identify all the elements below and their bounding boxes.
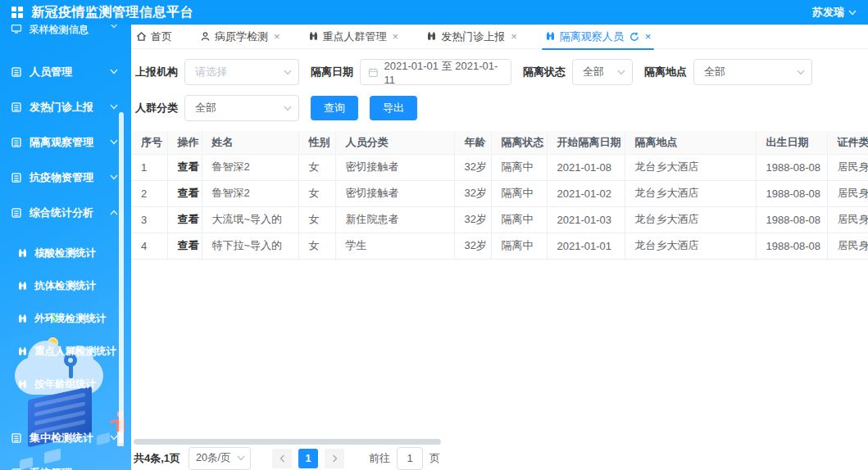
menu-icon [11, 102, 22, 113]
view-link[interactable]: 查看 [178, 160, 199, 173]
table-cell: 1 [131, 154, 167, 180]
org-label: 上报机构 [135, 65, 178, 79]
app-title: 新冠疫情监测管理信息平台 [31, 4, 193, 21]
tab[interactable]: 首页 [136, 25, 172, 49]
table-body: 1查看鲁智深2女密切接触者32岁隔离中2021-01-08龙台乡大酒店1988-… [131, 154, 868, 259]
page-number-1[interactable]: 1 [298, 449, 318, 468]
sidebar-item-label: 抗疫物资管理 [30, 170, 110, 185]
tab-label: 重点人群管理 [323, 29, 387, 44]
sidebar-subitem-label: 外环境检测统计 [34, 312, 107, 326]
group-select-value: 全部 [195, 101, 284, 115]
table-cell: 2021-01-03 [547, 206, 625, 233]
submenu: 核酸检测统计 抗体检测统计 外环境检测统计 重点人群检测统计 按年龄组统计 [0, 237, 131, 400]
top-header: 新冠疫情监测管理信息平台 苏发瑞 [0, 0, 868, 25]
sidebar-subitem-label: 按年龄组统计 [34, 377, 96, 391]
table-cell: 鲁智深2 [202, 154, 298, 180]
sidebar-item-label: 采样检测信息 [30, 25, 110, 37]
table-cell: 新住院患者 [335, 206, 454, 233]
app-grid-icon[interactable] [11, 7, 23, 18]
table-cell: 2021-01-08 [547, 154, 625, 180]
close-icon[interactable]: × [274, 31, 280, 42]
filter-row-1: 上报机构 请选择 隔离日期 2021-01-01 至 2021-01-11 隔离… [135, 59, 868, 85]
sidebar-item-label: 隔离观察管理 [30, 135, 110, 150]
goto-page-input[interactable] [397, 447, 423, 470]
sidebar-subitem[interactable]: 核酸检测统计 [0, 237, 131, 269]
table-cell: 32岁 [454, 180, 491, 206]
table-cell: 3 [131, 206, 167, 233]
table-cell: 1988-08-08 [756, 206, 827, 233]
search-button[interactable]: 查询 [311, 96, 358, 120]
group-select[interactable]: 全部 [184, 95, 299, 121]
close-icon[interactable]: × [393, 31, 399, 42]
table-row: 1查看鲁智深2女密切接触者32岁隔离中2021-01-08龙台乡大酒店1988-… [131, 154, 868, 180]
table-cell: 32岁 [454, 206, 491, 233]
prev-page-button[interactable] [272, 449, 292, 468]
view-link[interactable]: 查看 [178, 187, 199, 199]
sidebar-item-label: 综合统计分析 [30, 206, 110, 220]
table-cell: 1988-08-08 [756, 233, 827, 259]
sidebar-item[interactable]: 综合统计分析 [0, 195, 131, 230]
tab[interactable]: 隔离观察人员 × [545, 25, 652, 49]
export-button[interactable]: 导出 [370, 96, 417, 120]
table-cell: 密切接触者 [335, 180, 454, 206]
org-select[interactable]: 请选择 [184, 59, 299, 85]
menu-icon [11, 207, 22, 219]
sidebar-subitem[interactable]: 外环境检测统计 [0, 302, 131, 335]
sidebar-item[interactable]: 抗疫物资管理 [0, 160, 131, 195]
table-cell: 女 [298, 233, 335, 259]
sidebar-item[interactable]: 发热门诊上报 [0, 89, 131, 124]
close-icon[interactable]: × [511, 31, 517, 42]
menu-icon [11, 468, 22, 470]
menu-icon [11, 25, 22, 34]
table-cell: 1988-08-08 [756, 154, 827, 180]
chevron-down-icon [110, 435, 118, 441]
sidebar-subitem-label: 重点人群检测统计 [34, 345, 116, 359]
chevron-down-icon [110, 174, 118, 180]
tab-label: 病原学检测 [215, 29, 268, 44]
tab-label: 首页 [151, 29, 172, 44]
chevron-down-icon [797, 70, 805, 75]
chevron-down-icon [110, 25, 118, 29]
page-size-select[interactable]: 20条/页 [189, 447, 251, 470]
table-cell: 龙台乡大酒店 [625, 154, 756, 180]
pagination: 共4条,1页 20条/页 1 前往 页 [131, 446, 868, 470]
horizontal-scrollbar[interactable] [134, 439, 441, 445]
column-header: 证件类型 [827, 131, 868, 154]
tab[interactable]: 重点人群管理 × [308, 25, 399, 49]
column-header: 姓名 [202, 131, 298, 154]
date-range-input[interactable]: 2021-01-01 至 2021-01-11 [360, 59, 511, 85]
tab[interactable]: 发热门诊上报 × [426, 25, 517, 49]
view-link[interactable]: 查看 [178, 213, 199, 225]
sidebar-item[interactable]: 隔离观察管理 [0, 124, 131, 160]
view-link-cell: 查看 [167, 180, 202, 206]
sidebar-item[interactable]: 采样检测信息 [0, 25, 131, 41]
sidebar-item[interactable]: 集中检测统计 [0, 420, 131, 455]
sidebar-scrollbar[interactable] [119, 112, 124, 443]
menu-icon [11, 432, 22, 444]
sidebar-item[interactable]: 系统管理 [0, 455, 131, 470]
sidebar-subitem[interactable]: 按年龄组统计 [0, 368, 131, 400]
tab[interactable]: 病原学检测 × [200, 25, 280, 49]
sidebar-item[interactable]: 人员管理 [0, 54, 131, 89]
column-header: 隔离地点 [625, 131, 756, 154]
user-menu[interactable]: 苏发瑞 [812, 0, 857, 25]
sidebar: 采样检测信息 人员管理 发热门诊上报 隔离观察管理 抗疫物资管理 综合统计分析 [0, 25, 131, 470]
chevron-down-icon [110, 104, 118, 110]
place-select[interactable]: 全部 [693, 59, 812, 85]
status-select[interactable]: 全部 [572, 59, 633, 85]
tab-label: 发热门诊上报 [441, 29, 505, 44]
sidebar-subitem[interactable]: 重点人群检测统计 [0, 335, 131, 368]
next-page-button[interactable] [325, 449, 344, 468]
main-panel: 首页 病原学检测 × 重点人群管理 × 发热门诊上报 × 隔离观察人员 × [131, 25, 868, 470]
chevron-down-icon [237, 455, 245, 461]
column-header: 隔离状态 [491, 131, 547, 154]
view-link[interactable]: 查看 [178, 239, 199, 251]
table-cell: 鲁智深2 [202, 180, 298, 206]
place-select-value: 全部 [704, 65, 797, 79]
sidebar-subitem[interactable]: 抗体检测统计 [0, 269, 131, 302]
table-cell: 学生 [335, 233, 454, 259]
sidebar-item-label: 人员管理 [30, 65, 110, 79]
table-cell: 32岁 [454, 154, 491, 180]
close-icon[interactable]: × [645, 31, 652, 42]
refresh-icon[interactable] [629, 32, 639, 42]
